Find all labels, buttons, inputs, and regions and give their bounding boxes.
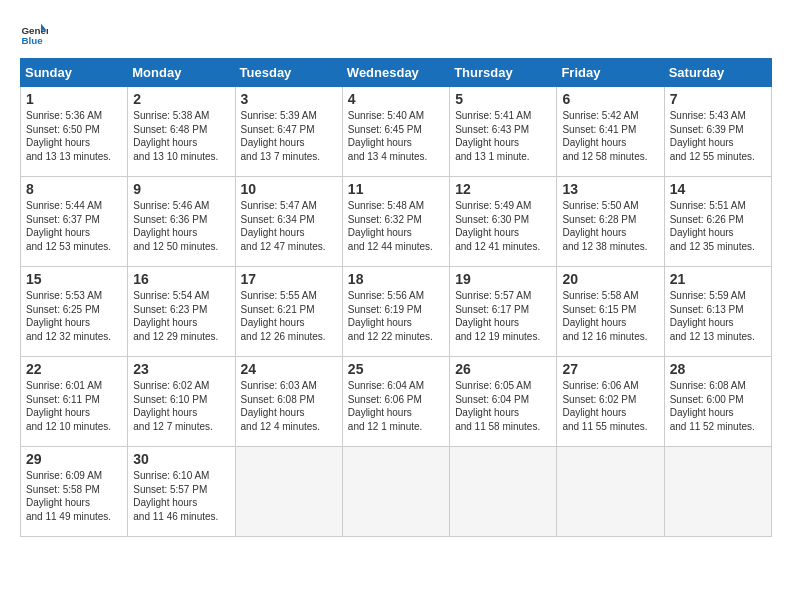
cell-details: Sunrise: 6:08 AM Sunset: 6:00 PM Dayligh… — [670, 379, 766, 433]
calendar-cell: 13 Sunrise: 5:50 AM Sunset: 6:28 PM Dayl… — [557, 177, 664, 267]
calendar-cell — [342, 447, 449, 537]
calendar-cell: 20 Sunrise: 5:58 AM Sunset: 6:15 PM Dayl… — [557, 267, 664, 357]
cell-details: Sunrise: 5:40 AM Sunset: 6:45 PM Dayligh… — [348, 109, 444, 163]
day-number: 5 — [455, 91, 551, 107]
day-number: 15 — [26, 271, 122, 287]
cell-details: Sunrise: 6:06 AM Sunset: 6:02 PM Dayligh… — [562, 379, 658, 433]
calendar-cell — [557, 447, 664, 537]
cell-details: Sunrise: 5:39 AM Sunset: 6:47 PM Dayligh… — [241, 109, 337, 163]
weekday-header: Wednesday — [342, 59, 449, 87]
calendar-cell: 17 Sunrise: 5:55 AM Sunset: 6:21 PM Dayl… — [235, 267, 342, 357]
cell-details: Sunrise: 5:42 AM Sunset: 6:41 PM Dayligh… — [562, 109, 658, 163]
cell-details: Sunrise: 5:49 AM Sunset: 6:30 PM Dayligh… — [455, 199, 551, 253]
calendar-cell: 2 Sunrise: 5:38 AM Sunset: 6:48 PM Dayli… — [128, 87, 235, 177]
page-header: General Blue — [20, 20, 772, 48]
cell-details: Sunrise: 5:50 AM Sunset: 6:28 PM Dayligh… — [562, 199, 658, 253]
day-number: 18 — [348, 271, 444, 287]
weekday-header: Friday — [557, 59, 664, 87]
day-number: 19 — [455, 271, 551, 287]
calendar-cell: 25 Sunrise: 6:04 AM Sunset: 6:06 PM Dayl… — [342, 357, 449, 447]
cell-details: Sunrise: 5:51 AM Sunset: 6:26 PM Dayligh… — [670, 199, 766, 253]
calendar-cell — [450, 447, 557, 537]
cell-details: Sunrise: 6:01 AM Sunset: 6:11 PM Dayligh… — [26, 379, 122, 433]
logo-icon: General Blue — [20, 20, 48, 48]
calendar-cell: 26 Sunrise: 6:05 AM Sunset: 6:04 PM Dayl… — [450, 357, 557, 447]
day-number: 17 — [241, 271, 337, 287]
weekday-header: Monday — [128, 59, 235, 87]
cell-details: Sunrise: 5:36 AM Sunset: 6:50 PM Dayligh… — [26, 109, 122, 163]
day-number: 27 — [562, 361, 658, 377]
calendar-cell: 9 Sunrise: 5:46 AM Sunset: 6:36 PM Dayli… — [128, 177, 235, 267]
day-number: 1 — [26, 91, 122, 107]
day-number: 29 — [26, 451, 122, 467]
calendar-cell: 23 Sunrise: 6:02 AM Sunset: 6:10 PM Dayl… — [128, 357, 235, 447]
cell-details: Sunrise: 5:41 AM Sunset: 6:43 PM Dayligh… — [455, 109, 551, 163]
cell-details: Sunrise: 5:55 AM Sunset: 6:21 PM Dayligh… — [241, 289, 337, 343]
cell-details: Sunrise: 5:54 AM Sunset: 6:23 PM Dayligh… — [133, 289, 229, 343]
cell-details: Sunrise: 5:59 AM Sunset: 6:13 PM Dayligh… — [670, 289, 766, 343]
day-number: 21 — [670, 271, 766, 287]
logo: General Blue — [20, 20, 52, 48]
calendar-cell: 4 Sunrise: 5:40 AM Sunset: 6:45 PM Dayli… — [342, 87, 449, 177]
day-number: 8 — [26, 181, 122, 197]
day-number: 20 — [562, 271, 658, 287]
day-number: 30 — [133, 451, 229, 467]
calendar-cell: 18 Sunrise: 5:56 AM Sunset: 6:19 PM Dayl… — [342, 267, 449, 357]
cell-details: Sunrise: 6:10 AM Sunset: 5:57 PM Dayligh… — [133, 469, 229, 523]
day-number: 3 — [241, 91, 337, 107]
calendar-cell: 3 Sunrise: 5:39 AM Sunset: 6:47 PM Dayli… — [235, 87, 342, 177]
cell-details: Sunrise: 5:57 AM Sunset: 6:17 PM Dayligh… — [455, 289, 551, 343]
day-number: 14 — [670, 181, 766, 197]
calendar-cell: 27 Sunrise: 6:06 AM Sunset: 6:02 PM Dayl… — [557, 357, 664, 447]
weekday-header: Thursday — [450, 59, 557, 87]
svg-text:Blue: Blue — [21, 35, 43, 46]
weekday-header: Saturday — [664, 59, 771, 87]
day-number: 24 — [241, 361, 337, 377]
calendar-cell — [664, 447, 771, 537]
day-number: 16 — [133, 271, 229, 287]
calendar-cell: 21 Sunrise: 5:59 AM Sunset: 6:13 PM Dayl… — [664, 267, 771, 357]
calendar-cell: 30 Sunrise: 6:10 AM Sunset: 5:57 PM Dayl… — [128, 447, 235, 537]
day-number: 7 — [670, 91, 766, 107]
weekday-header: Tuesday — [235, 59, 342, 87]
day-number: 22 — [26, 361, 122, 377]
day-number: 2 — [133, 91, 229, 107]
cell-details: Sunrise: 6:02 AM Sunset: 6:10 PM Dayligh… — [133, 379, 229, 433]
day-number: 25 — [348, 361, 444, 377]
calendar-cell — [235, 447, 342, 537]
calendar-cell: 1 Sunrise: 5:36 AM Sunset: 6:50 PM Dayli… — [21, 87, 128, 177]
calendar-cell: 6 Sunrise: 5:42 AM Sunset: 6:41 PM Dayli… — [557, 87, 664, 177]
calendar-cell: 12 Sunrise: 5:49 AM Sunset: 6:30 PM Dayl… — [450, 177, 557, 267]
calendar-cell: 10 Sunrise: 5:47 AM Sunset: 6:34 PM Dayl… — [235, 177, 342, 267]
cell-details: Sunrise: 6:09 AM Sunset: 5:58 PM Dayligh… — [26, 469, 122, 523]
cell-details: Sunrise: 5:53 AM Sunset: 6:25 PM Dayligh… — [26, 289, 122, 343]
day-number: 9 — [133, 181, 229, 197]
cell-details: Sunrise: 5:46 AM Sunset: 6:36 PM Dayligh… — [133, 199, 229, 253]
cell-details: Sunrise: 5:58 AM Sunset: 6:15 PM Dayligh… — [562, 289, 658, 343]
cell-details: Sunrise: 6:05 AM Sunset: 6:04 PM Dayligh… — [455, 379, 551, 433]
day-number: 12 — [455, 181, 551, 197]
day-number: 4 — [348, 91, 444, 107]
cell-details: Sunrise: 5:43 AM Sunset: 6:39 PM Dayligh… — [670, 109, 766, 163]
calendar-cell: 7 Sunrise: 5:43 AM Sunset: 6:39 PM Dayli… — [664, 87, 771, 177]
calendar-cell: 19 Sunrise: 5:57 AM Sunset: 6:17 PM Dayl… — [450, 267, 557, 357]
calendar-cell: 22 Sunrise: 6:01 AM Sunset: 6:11 PM Dayl… — [21, 357, 128, 447]
cell-details: Sunrise: 5:44 AM Sunset: 6:37 PM Dayligh… — [26, 199, 122, 253]
calendar-cell: 14 Sunrise: 5:51 AM Sunset: 6:26 PM Dayl… — [664, 177, 771, 267]
cell-details: Sunrise: 6:03 AM Sunset: 6:08 PM Dayligh… — [241, 379, 337, 433]
day-number: 11 — [348, 181, 444, 197]
calendar-cell: 11 Sunrise: 5:48 AM Sunset: 6:32 PM Dayl… — [342, 177, 449, 267]
day-number: 6 — [562, 91, 658, 107]
calendar-table: SundayMondayTuesdayWednesdayThursdayFrid… — [20, 58, 772, 537]
calendar-cell: 29 Sunrise: 6:09 AM Sunset: 5:58 PM Dayl… — [21, 447, 128, 537]
calendar-cell: 8 Sunrise: 5:44 AM Sunset: 6:37 PM Dayli… — [21, 177, 128, 267]
calendar-cell: 16 Sunrise: 5:54 AM Sunset: 6:23 PM Dayl… — [128, 267, 235, 357]
day-number: 13 — [562, 181, 658, 197]
calendar-cell: 24 Sunrise: 6:03 AM Sunset: 6:08 PM Dayl… — [235, 357, 342, 447]
day-number: 26 — [455, 361, 551, 377]
cell-details: Sunrise: 5:48 AM Sunset: 6:32 PM Dayligh… — [348, 199, 444, 253]
cell-details: Sunrise: 6:04 AM Sunset: 6:06 PM Dayligh… — [348, 379, 444, 433]
calendar-cell: 28 Sunrise: 6:08 AM Sunset: 6:00 PM Dayl… — [664, 357, 771, 447]
calendar-cell: 5 Sunrise: 5:41 AM Sunset: 6:43 PM Dayli… — [450, 87, 557, 177]
cell-details: Sunrise: 5:56 AM Sunset: 6:19 PM Dayligh… — [348, 289, 444, 343]
